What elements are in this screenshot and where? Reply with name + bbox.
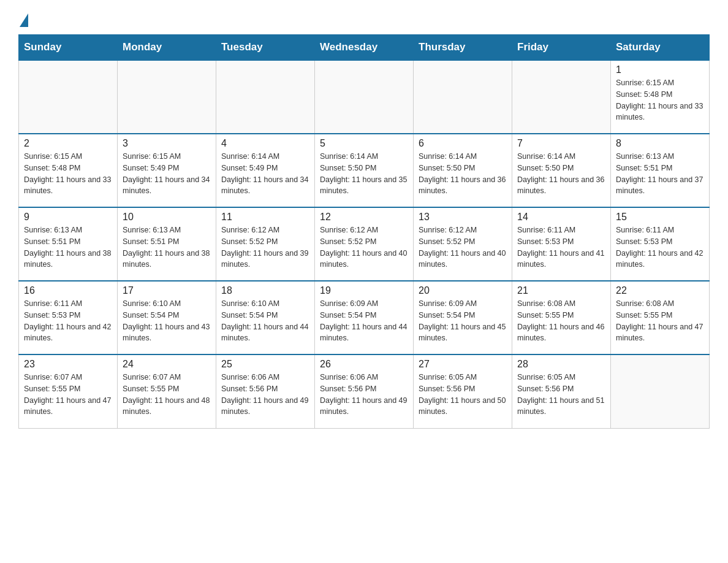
calendar-cell: 12Sunrise: 6:12 AMSunset: 5:52 PMDayligh… [315,207,414,281]
day-info: Sunrise: 6:15 AMSunset: 5:48 PMDaylight:… [616,77,704,123]
day-number: 3 [123,138,211,149]
calendar-cell: 15Sunrise: 6:11 AMSunset: 5:53 PMDayligh… [611,207,710,281]
day-info: Sunrise: 6:14 AMSunset: 5:49 PMDaylight:… [221,151,309,197]
day-number: 26 [320,359,408,370]
day-info: Sunrise: 6:06 AMSunset: 5:56 PMDaylight:… [320,372,408,418]
day-info: Sunrise: 6:13 AMSunset: 5:51 PMDaylight:… [123,224,211,270]
calendar-cell: 10Sunrise: 6:13 AMSunset: 5:51 PMDayligh… [118,207,216,281]
day-number: 10 [123,212,211,223]
calendar-cell: 27Sunrise: 6:05 AMSunset: 5:56 PMDayligh… [414,354,512,428]
day-number: 11 [221,212,309,223]
calendar-cell: 24Sunrise: 6:07 AMSunset: 5:55 PMDayligh… [118,354,216,428]
day-info: Sunrise: 6:12 AMSunset: 5:52 PMDaylight:… [320,224,408,270]
calendar-cell: 17Sunrise: 6:10 AMSunset: 5:54 PMDayligh… [118,281,216,354]
day-number: 23 [24,359,112,370]
col-header-saturday: Saturday [611,35,710,61]
day-info: Sunrise: 6:08 AMSunset: 5:55 PMDaylight:… [517,298,605,344]
calendar-cell: 11Sunrise: 6:12 AMSunset: 5:52 PMDayligh… [216,207,315,281]
calendar-cell: 18Sunrise: 6:10 AMSunset: 5:54 PMDayligh… [216,281,315,354]
day-info: Sunrise: 6:05 AMSunset: 5:56 PMDaylight:… [419,372,507,418]
calendar-cell [216,60,315,134]
calendar-cell: 14Sunrise: 6:11 AMSunset: 5:53 PMDayligh… [512,207,611,281]
day-info: Sunrise: 6:14 AMSunset: 5:50 PMDaylight:… [320,151,408,197]
day-number: 18 [221,285,309,296]
calendar-cell [414,60,512,134]
day-info: Sunrise: 6:15 AMSunset: 5:48 PMDaylight:… [24,151,112,197]
day-info: Sunrise: 6:09 AMSunset: 5:54 PMDaylight:… [419,298,507,344]
day-info: Sunrise: 6:08 AMSunset: 5:55 PMDaylight:… [616,298,704,344]
calendar-cell: 19Sunrise: 6:09 AMSunset: 5:54 PMDayligh… [315,281,414,354]
calendar-cell: 1Sunrise: 6:15 AMSunset: 5:48 PMDaylight… [611,60,710,134]
day-info: Sunrise: 6:07 AMSunset: 5:55 PMDaylight:… [24,372,112,418]
day-number: 16 [24,285,112,296]
week-row-1: 1Sunrise: 6:15 AMSunset: 5:48 PMDaylight… [19,60,710,134]
calendar-cell: 13Sunrise: 6:12 AMSunset: 5:52 PMDayligh… [414,207,512,281]
day-number: 7 [517,138,605,149]
logo-triangle-icon [20,13,28,27]
day-info: Sunrise: 6:06 AMSunset: 5:56 PMDaylight:… [221,372,309,418]
col-header-wednesday: Wednesday [315,35,414,61]
col-header-sunday: Sunday [19,35,118,61]
day-number: 25 [221,359,309,370]
day-info: Sunrise: 6:12 AMSunset: 5:52 PMDaylight:… [419,224,507,270]
day-info: Sunrise: 6:09 AMSunset: 5:54 PMDaylight:… [320,298,408,344]
calendar-cell [19,60,118,134]
calendar-cell: 9Sunrise: 6:13 AMSunset: 5:51 PMDaylight… [19,207,118,281]
calendar-cell: 3Sunrise: 6:15 AMSunset: 5:49 PMDaylight… [118,134,216,207]
calendar-cell: 16Sunrise: 6:11 AMSunset: 5:53 PMDayligh… [19,281,118,354]
day-info: Sunrise: 6:11 AMSunset: 5:53 PMDaylight:… [616,224,704,270]
calendar-cell: 2Sunrise: 6:15 AMSunset: 5:48 PMDaylight… [19,134,118,207]
calendar-table: SundayMondayTuesdayWednesdayThursdayFrid… [18,34,710,429]
calendar-cell: 6Sunrise: 6:14 AMSunset: 5:50 PMDaylight… [414,134,512,207]
day-number: 13 [419,212,507,223]
day-info: Sunrise: 6:11 AMSunset: 5:53 PMDaylight:… [517,224,605,270]
week-row-5: 23Sunrise: 6:07 AMSunset: 5:55 PMDayligh… [19,354,710,428]
day-info: Sunrise: 6:13 AMSunset: 5:51 PMDaylight:… [616,151,704,197]
page-header [18,12,710,23]
calendar-cell [611,354,710,428]
day-info: Sunrise: 6:10 AMSunset: 5:54 PMDaylight:… [221,298,309,344]
col-header-friday: Friday [512,35,611,61]
day-number: 15 [616,212,704,223]
day-number: 2 [24,138,112,149]
col-header-tuesday: Tuesday [216,35,315,61]
day-number: 9 [24,212,112,223]
week-row-2: 2Sunrise: 6:15 AMSunset: 5:48 PMDaylight… [19,134,710,207]
week-row-4: 16Sunrise: 6:11 AMSunset: 5:53 PMDayligh… [19,281,710,354]
day-number: 5 [320,138,408,149]
day-number: 28 [517,359,605,370]
day-info: Sunrise: 6:15 AMSunset: 5:49 PMDaylight:… [123,151,211,197]
day-info: Sunrise: 6:05 AMSunset: 5:56 PMDaylight:… [517,372,605,418]
calendar-cell: 7Sunrise: 6:14 AMSunset: 5:50 PMDaylight… [512,134,611,207]
day-number: 17 [123,285,211,296]
day-number: 8 [616,138,704,149]
calendar-cell: 23Sunrise: 6:07 AMSunset: 5:55 PMDayligh… [19,354,118,428]
calendar-cell: 22Sunrise: 6:08 AMSunset: 5:55 PMDayligh… [611,281,710,354]
calendar-cell: 4Sunrise: 6:14 AMSunset: 5:49 PMDaylight… [216,134,315,207]
calendar-header-row: SundayMondayTuesdayWednesdayThursdayFrid… [19,35,710,61]
day-info: Sunrise: 6:10 AMSunset: 5:54 PMDaylight:… [123,298,211,344]
calendar-cell [512,60,611,134]
day-number: 4 [221,138,309,149]
logo [18,12,28,23]
col-header-thursday: Thursday [414,35,512,61]
calendar-cell: 8Sunrise: 6:13 AMSunset: 5:51 PMDaylight… [611,134,710,207]
day-number: 6 [419,138,507,149]
calendar-cell: 26Sunrise: 6:06 AMSunset: 5:56 PMDayligh… [315,354,414,428]
calendar-cell [118,60,216,134]
calendar-cell [315,60,414,134]
day-number: 21 [517,285,605,296]
calendar-cell: 5Sunrise: 6:14 AMSunset: 5:50 PMDaylight… [315,134,414,207]
week-row-3: 9Sunrise: 6:13 AMSunset: 5:51 PMDaylight… [19,207,710,281]
calendar-cell: 21Sunrise: 6:08 AMSunset: 5:55 PMDayligh… [512,281,611,354]
day-number: 24 [123,359,211,370]
day-info: Sunrise: 6:07 AMSunset: 5:55 PMDaylight:… [123,372,211,418]
day-number: 22 [616,285,704,296]
day-info: Sunrise: 6:14 AMSunset: 5:50 PMDaylight:… [517,151,605,197]
day-number: 27 [419,359,507,370]
day-number: 20 [419,285,507,296]
calendar-cell: 28Sunrise: 6:05 AMSunset: 5:56 PMDayligh… [512,354,611,428]
col-header-monday: Monday [118,35,216,61]
day-info: Sunrise: 6:11 AMSunset: 5:53 PMDaylight:… [24,298,112,344]
calendar-cell: 25Sunrise: 6:06 AMSunset: 5:56 PMDayligh… [216,354,315,428]
